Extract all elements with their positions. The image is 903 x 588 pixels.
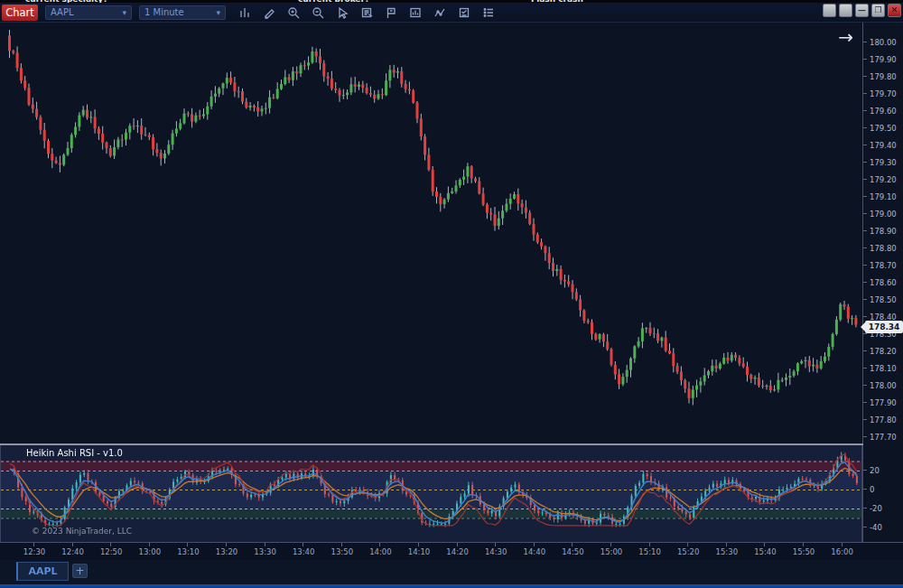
time-tick-label: 12:50 bbox=[93, 547, 129, 556]
maximize-button[interactable]: ❐ bbox=[871, 4, 885, 17]
oscillator-tick-label: 20 bbox=[863, 466, 903, 475]
price-tick-label: 178.00 bbox=[863, 381, 903, 390]
chart-tab[interactable]: Chart bbox=[2, 5, 38, 21]
instrument-value: AAPL bbox=[51, 7, 122, 17]
list-icon[interactable] bbox=[480, 5, 497, 21]
ninjatrader-chart-window: current specialty?current broker?Flash c… bbox=[0, 0, 903, 588]
window-controls: —❐✕ bbox=[823, 4, 901, 17]
chart-window-icon[interactable] bbox=[407, 5, 424, 21]
overlay-text-fragment: current specialty? bbox=[25, 0, 107, 3]
zoom-out-icon[interactable] bbox=[310, 5, 326, 21]
price-tick-label: 179.90 bbox=[863, 55, 903, 64]
oscillator-tick-label: -20 bbox=[863, 504, 903, 513]
checkbox-grid-icon[interactable] bbox=[456, 5, 472, 21]
extra-button-2[interactable] bbox=[839, 4, 852, 17]
oscillator-tick-label: -40 bbox=[863, 523, 903, 532]
last-price-marker: 178.34 bbox=[865, 321, 903, 333]
zigzag-icon[interactable] bbox=[432, 5, 448, 21]
price-tick-label: 178.70 bbox=[863, 261, 903, 270]
price-tick-label: 177.80 bbox=[863, 415, 903, 425]
interval-dropdown[interactable]: 1 Minute ▾ bbox=[139, 5, 226, 20]
time-tick-label: 15:50 bbox=[786, 547, 822, 556]
time-tick-label: 12:30 bbox=[16, 547, 52, 556]
overlay-text-fragment: Flash crash bbox=[531, 0, 583, 3]
time-tick-label: 14:00 bbox=[362, 547, 398, 556]
interval-value: 1 Minute bbox=[144, 7, 216, 17]
candlestick-canvas[interactable] bbox=[0, 23, 862, 444]
time-axis[interactable]: 12:3012:4012:5013:0013:1013:2013:3013:40… bbox=[0, 542, 903, 560]
minimize-button[interactable]: — bbox=[855, 4, 869, 17]
scroll-to-latest-arrow-icon[interactable]: → bbox=[838, 28, 853, 46]
time-tick-label: 14:40 bbox=[517, 547, 553, 556]
time-tick-label: 15:10 bbox=[632, 547, 668, 556]
price-tick-label: 178.90 bbox=[863, 227, 903, 236]
time-tick-label: 14:30 bbox=[478, 547, 514, 556]
price-tick-label: 179.10 bbox=[863, 192, 903, 201]
price-tick-label: 178.60 bbox=[863, 278, 903, 287]
price-tick-label: 177.90 bbox=[863, 398, 903, 407]
time-tick-label: 15:40 bbox=[747, 547, 783, 556]
time-tick-label: 14:50 bbox=[554, 547, 591, 556]
chevron-down-icon: ▾ bbox=[216, 8, 220, 17]
zoom-in-icon[interactable] bbox=[285, 5, 302, 21]
indicator-panel[interactable]: Heikin Ashi RSI - v1.0 © 2023 NinjaTrade… bbox=[0, 445, 862, 542]
bar-chart-icon[interactable] bbox=[237, 5, 253, 21]
time-tick-label: 13:50 bbox=[324, 547, 360, 556]
price-tick-label: 179.70 bbox=[863, 89, 903, 98]
bottom-tab-bar: AAPL + bbox=[0, 560, 903, 584]
toolbar-icon-group bbox=[237, 5, 497, 21]
video-overlay-strip: current specialty?current broker?Flash c… bbox=[0, 0, 903, 3]
time-tick-label: 13:20 bbox=[209, 547, 245, 556]
symbol-tab-aapl[interactable]: AAPL bbox=[16, 562, 69, 581]
time-tick-label: 13:40 bbox=[285, 547, 321, 556]
chart-toolbar: Chart AAPL ▾ 1 Minute ▾ bbox=[0, 3, 903, 23]
indicator-title: Heikin Ashi RSI - v1.0 bbox=[26, 448, 123, 458]
price-tick-label: 179.30 bbox=[863, 158, 903, 167]
close-button[interactable]: ✕ bbox=[888, 4, 901, 17]
pencil-icon[interactable] bbox=[261, 5, 277, 21]
cursor-icon[interactable] bbox=[334, 5, 350, 21]
add-tab-button[interactable]: + bbox=[72, 564, 88, 578]
extra-button-1[interactable] bbox=[823, 4, 836, 17]
price-tick-label: 179.20 bbox=[863, 175, 903, 184]
time-tick-label: 14:10 bbox=[401, 547, 437, 556]
price-tick-label: 178.50 bbox=[863, 295, 903, 304]
price-tick-label: 179.50 bbox=[863, 124, 903, 133]
price-chart-panel[interactable]: → bbox=[0, 23, 862, 444]
indicator-copyright: © 2023 NinjaTrader, LLC bbox=[32, 527, 132, 536]
time-tick-label: 15:30 bbox=[709, 547, 745, 556]
price-tick-label: 180.00 bbox=[863, 38, 903, 47]
window-bottom-border bbox=[0, 584, 903, 588]
time-tick-label: 13:00 bbox=[132, 547, 168, 556]
oscillator-tick-label: 0 bbox=[863, 485, 903, 494]
price-tick-label: 179.80 bbox=[863, 72, 903, 81]
price-tick-label: 177.70 bbox=[863, 433, 903, 442]
price-tick-label: 179.60 bbox=[863, 107, 903, 116]
chevron-down-icon: ▾ bbox=[122, 8, 126, 17]
price-tick-label: 178.20 bbox=[863, 347, 903, 356]
time-tick-label: 14:20 bbox=[440, 547, 476, 556]
time-tick-label: 16:00 bbox=[824, 547, 861, 556]
overlay-text-fragment: current broker? bbox=[298, 0, 369, 3]
price-tick-label: 179.40 bbox=[863, 141, 903, 150]
price-tick-label: 178.10 bbox=[863, 364, 903, 373]
price-axis[interactable]: 178.34 180.00179.90179.80179.70179.60179… bbox=[862, 23, 903, 542]
time-tick-label: 13:10 bbox=[170, 547, 206, 556]
notes-icon[interactable] bbox=[358, 5, 375, 21]
price-tick-label: 179.00 bbox=[863, 210, 903, 219]
flag-icon[interactable] bbox=[383, 5, 399, 21]
price-tick-label: 178.80 bbox=[863, 244, 903, 253]
time-tick-label: 13:30 bbox=[247, 547, 284, 556]
instrument-dropdown[interactable]: AAPL ▾ bbox=[45, 5, 132, 20]
time-tick-label: 15:20 bbox=[670, 547, 706, 556]
time-tick-label: 12:40 bbox=[55, 547, 91, 556]
time-tick-label: 15:00 bbox=[593, 547, 629, 556]
